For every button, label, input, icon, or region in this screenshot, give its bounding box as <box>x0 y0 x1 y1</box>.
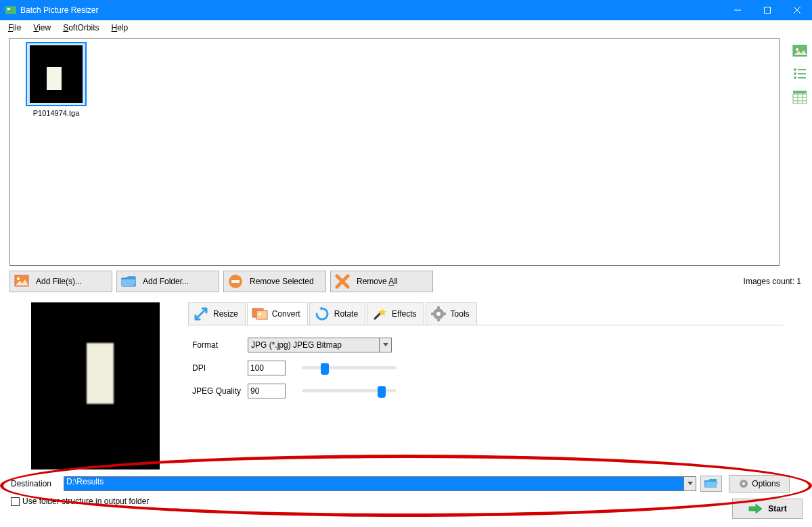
format-select[interactable]: JPG (*.jpg) JPEG Bitmap <box>248 338 392 352</box>
format-label: Format <box>188 340 248 350</box>
menu-softorbits[interactable]: SoftOrbits <box>58 22 104 34</box>
destination-value: D:\Results <box>66 477 104 486</box>
tab-label: Convert <box>272 309 300 319</box>
app-icon <box>5 5 16 16</box>
add-files-button[interactable]: Add File(s)... <box>9 271 112 292</box>
svg-point-8 <box>794 68 796 71</box>
svg-rect-1 <box>7 8 10 10</box>
format-value: JPG (*.jpg) JPEG Bitmap <box>251 340 342 350</box>
tab-convert[interactable]: Convert <box>247 302 308 325</box>
svg-rect-32 <box>437 319 440 321</box>
svg-rect-31 <box>437 306 440 309</box>
options-button[interactable]: Options <box>729 475 790 492</box>
start-button[interactable]: Start <box>732 499 803 519</box>
chevron-down-icon <box>379 338 391 352</box>
browse-button[interactable] <box>700 476 722 492</box>
svg-point-7 <box>796 48 798 51</box>
folder-open-icon <box>704 478 719 490</box>
preview-image <box>31 302 160 469</box>
tab-rotate[interactable]: Rotate <box>309 302 365 325</box>
close-button[interactable] <box>782 0 812 20</box>
svg-rect-15 <box>793 94 807 104</box>
btn-label: Add File(s)... <box>36 277 82 286</box>
quality-input[interactable] <box>248 384 286 398</box>
menubar: File View SoftOrbits Help <box>0 20 812 35</box>
svg-rect-34 <box>443 313 446 315</box>
arrow-right-icon <box>748 503 763 515</box>
thumbnail-item[interactable]: P1014974.tga <box>20 42 93 117</box>
image-icon <box>14 274 29 289</box>
svg-rect-3 <box>765 7 771 14</box>
dpi-input[interactable] <box>248 361 286 375</box>
svg-rect-11 <box>798 73 806 74</box>
svg-rect-14 <box>793 91 807 93</box>
btn-label: Remove All <box>357 277 398 286</box>
add-folder-button[interactable]: Add Folder... <box>116 271 219 292</box>
start-label: Start <box>768 504 786 513</box>
menu-file[interactable]: File <box>3 22 26 34</box>
dpi-slider[interactable] <box>302 363 397 373</box>
quality-label: JPEG Quality <box>188 386 248 396</box>
titlebar: Batch Picture Resizer <box>0 0 812 20</box>
gear-icon <box>430 306 447 322</box>
svg-rect-33 <box>431 313 434 315</box>
svg-point-28 <box>258 313 261 315</box>
destination-label: Destination <box>11 479 64 488</box>
destination-input[interactable]: D:\Results <box>64 476 696 491</box>
dpi-label: DPI <box>188 363 248 373</box>
rotate-icon <box>314 306 330 322</box>
tab-effects[interactable]: Effects <box>367 302 424 325</box>
folder-icon <box>121 274 136 289</box>
btn-label: Add Folder... <box>143 277 189 286</box>
remove-all-icon <box>335 274 350 289</box>
convert-icon <box>252 306 268 322</box>
resize-icon <box>193 306 209 322</box>
svg-rect-9 <box>798 69 806 70</box>
images-count: Images count: 1 <box>744 277 801 286</box>
tab-label: Resize <box>213 309 238 319</box>
tab-label: Effects <box>392 309 416 319</box>
remove-icon <box>228 274 243 289</box>
svg-rect-27 <box>256 311 267 319</box>
svg-point-10 <box>794 72 796 75</box>
thumbnail-name: P1014974.tga <box>20 109 93 117</box>
app-title: Batch Picture Resizer <box>20 5 98 15</box>
svg-point-30 <box>436 312 441 316</box>
tab-label: Rotate <box>334 309 358 319</box>
gallery[interactable]: P1014974.tga <box>9 38 780 266</box>
chevron-down-icon[interactable] <box>683 477 696 490</box>
tab-resize[interactable]: Resize <box>188 302 246 325</box>
options-label: Options <box>752 479 780 488</box>
tab-label: Tools <box>451 309 470 319</box>
remove-all-button[interactable]: Remove All <box>330 271 433 292</box>
view-details-icon[interactable] <box>791 88 809 106</box>
menu-view[interactable]: View <box>28 22 56 34</box>
menu-help[interactable]: Help <box>106 22 134 34</box>
remove-selected-button[interactable]: Remove Selected <box>223 271 326 292</box>
effects-icon <box>371 306 388 322</box>
use-folder-structure-checkbox[interactable] <box>11 497 20 506</box>
gear-icon <box>738 478 749 489</box>
svg-rect-23 <box>231 280 240 283</box>
quality-slider[interactable] <box>302 386 397 396</box>
use-folder-structure-label: Use folder structure in output folder <box>22 497 149 506</box>
svg-point-36 <box>742 482 745 485</box>
view-thumbnails-icon[interactable] <box>791 42 809 60</box>
maximize-button[interactable] <box>752 0 782 20</box>
convert-panel: Format JPG (*.jpg) JPEG Bitmap DPI JPEG … <box>188 325 784 470</box>
view-list-icon[interactable] <box>791 65 809 83</box>
btn-label: Remove Selected <box>250 277 314 286</box>
svg-point-12 <box>794 76 796 79</box>
tab-tools[interactable]: Tools <box>426 302 477 325</box>
svg-point-21 <box>17 277 20 280</box>
minimize-button[interactable] <box>723 0 752 20</box>
svg-rect-13 <box>798 77 806 78</box>
thumbnail-image <box>30 45 83 103</box>
